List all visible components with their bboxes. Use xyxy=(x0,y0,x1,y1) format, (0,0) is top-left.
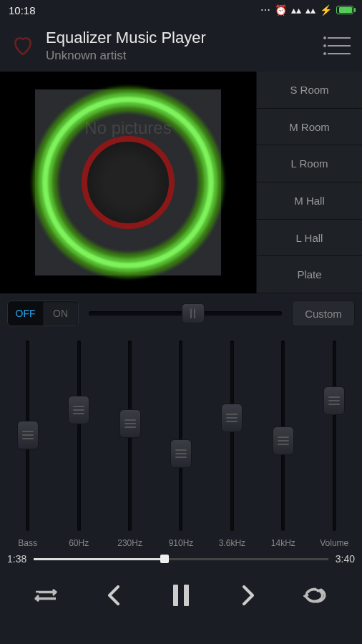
artist-name: Unknown artist xyxy=(46,49,316,63)
eq-label: 3.6kHz xyxy=(219,538,245,548)
equalizer-sliders: Bass 60Hz 230Hz 910Hz 3.6kHz 14kHz Volum… xyxy=(0,333,362,548)
charging-icon: ⚡ xyxy=(320,4,332,16)
playlist-icon[interactable] xyxy=(328,37,351,54)
eq-thumb[interactable] xyxy=(68,396,89,424)
eq-label: 230Hz xyxy=(117,538,142,548)
seek-handle[interactable] xyxy=(160,555,169,563)
eq-thumb[interactable] xyxy=(221,404,243,432)
eq-band-910hz: 910Hz xyxy=(156,341,205,548)
previous-button[interactable] xyxy=(98,580,129,611)
progress-row: 1:38 3:40 xyxy=(0,548,362,570)
main-row: No pictures S Room M Room L Room M Hall … xyxy=(0,72,362,293)
alarm-icon: ⏰ xyxy=(275,4,287,16)
svg-rect-4 xyxy=(184,585,189,606)
balance-slider[interactable] xyxy=(89,305,282,322)
preset-m-room[interactable]: M Room xyxy=(256,109,362,146)
eq-slider[interactable] xyxy=(179,341,182,531)
controls-row: OFF ON Custom xyxy=(0,293,362,333)
preset-s-room[interactable]: S Room xyxy=(256,72,362,109)
record-icon xyxy=(82,136,175,229)
eq-slider[interactable] xyxy=(128,341,132,531)
previous-icon xyxy=(105,585,122,605)
eq-label: Bass xyxy=(18,538,37,548)
eq-toggle[interactable]: OFF ON xyxy=(7,301,79,326)
eq-thumb[interactable] xyxy=(273,426,294,455)
eq-slider[interactable] xyxy=(26,341,29,531)
toggle-off-label: OFF xyxy=(8,308,43,319)
album-artwork[interactable]: No pictures xyxy=(0,72,256,293)
eq-label: 60Hz xyxy=(69,538,89,548)
eq-thumb[interactable] xyxy=(170,439,192,468)
eq-band-3.6khz: 3.6kHz xyxy=(207,341,257,548)
eq-band-230hz: 230Hz xyxy=(105,341,155,548)
eq-slider[interactable] xyxy=(281,341,285,531)
eq-label: 910Hz xyxy=(169,538,194,548)
repeat-button[interactable] xyxy=(300,580,331,611)
next-icon xyxy=(240,585,257,605)
seek-fill xyxy=(34,558,165,560)
preset-plate[interactable]: Plate xyxy=(256,256,362,293)
status-time: 10:18 xyxy=(9,4,260,16)
eq-thumb[interactable] xyxy=(17,421,39,449)
eq-thumb[interactable] xyxy=(119,409,141,438)
eq-band-bass: Bass xyxy=(3,341,52,548)
track-title: Equalizer Music Player xyxy=(46,29,316,47)
toggle-on-label: ON xyxy=(43,301,78,326)
more-icon: ⋯ xyxy=(260,4,270,16)
slider-thumb[interactable] xyxy=(182,303,205,323)
header: Equalizer Music Player Unknown artist xyxy=(0,20,362,72)
seek-bar[interactable] xyxy=(34,558,328,560)
eq-slider[interactable] xyxy=(77,341,81,531)
next-button[interactable] xyxy=(233,580,264,611)
status-bar: 10:18 ⋯ ⏰ ▴▴ ▴▴ ⚡ xyxy=(0,0,362,20)
eq-slider[interactable] xyxy=(230,341,234,531)
eq-band-60hz: 60Hz xyxy=(54,341,103,548)
no-picture-label: No pictures xyxy=(84,118,171,138)
playback-controls xyxy=(0,570,362,621)
pause-icon xyxy=(171,583,191,608)
svg-rect-3 xyxy=(173,585,178,606)
eq-band-14khz: 14kHz xyxy=(258,341,308,548)
eq-label: Volume xyxy=(320,538,348,548)
eq-label: 14kHz xyxy=(271,538,295,548)
repeat-icon xyxy=(303,585,328,605)
eq-slider[interactable] xyxy=(333,341,336,531)
signal-icon: ▴▴ xyxy=(291,4,301,16)
eq-band-volume: Volume xyxy=(310,341,359,548)
preset-l-room[interactable]: L Room xyxy=(256,145,362,182)
reverb-presets: S Room M Room L Room M Hall L Hall Plate xyxy=(256,72,362,293)
header-titles: Equalizer Music Player Unknown artist xyxy=(46,29,316,63)
time-total: 3:40 xyxy=(336,553,355,565)
shuffle-icon xyxy=(34,588,59,602)
preset-l-hall[interactable]: L Hall xyxy=(256,220,362,257)
battery-icon xyxy=(336,6,353,14)
time-current: 1:38 xyxy=(7,553,26,565)
signal-icon-2: ▴▴ xyxy=(305,4,315,16)
shuffle-button[interactable] xyxy=(31,580,62,611)
preset-m-hall[interactable]: M Hall xyxy=(256,182,362,220)
custom-preset-button[interactable]: Custom xyxy=(292,301,355,326)
eq-thumb[interactable] xyxy=(323,386,345,415)
status-icons: ⋯ ⏰ ▴▴ ▴▴ ⚡ xyxy=(260,4,353,16)
play-pause-button[interactable] xyxy=(165,580,197,611)
favorite-icon[interactable] xyxy=(11,34,34,57)
